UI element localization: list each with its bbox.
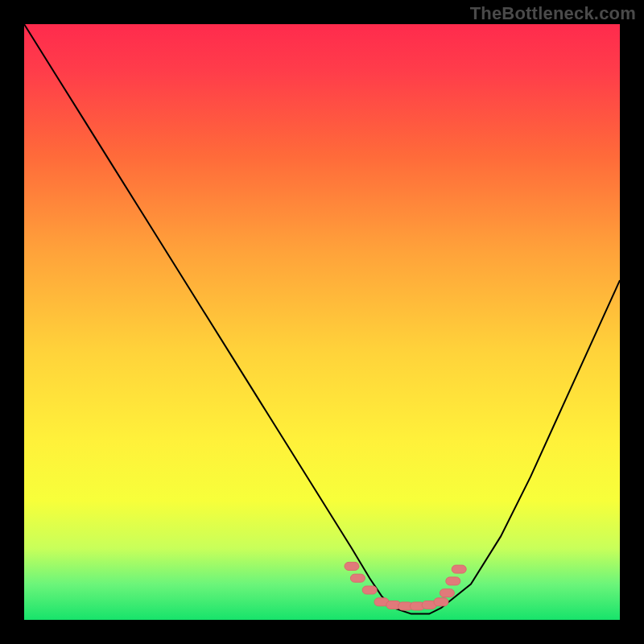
curve-marker xyxy=(434,598,448,606)
curve-marker xyxy=(452,565,466,573)
chart-svg xyxy=(24,24,620,620)
attribution-label: TheBottleneck.com xyxy=(470,3,636,24)
plot-area xyxy=(24,24,620,620)
curve-marker xyxy=(446,577,460,585)
curve-markers xyxy=(345,562,466,610)
curve-marker xyxy=(440,589,454,597)
curve-marker xyxy=(362,586,377,594)
bottleneck-curve xyxy=(24,24,620,614)
curve-marker xyxy=(350,574,365,582)
curve-marker xyxy=(345,562,359,570)
chart-frame: TheBottleneck.com xyxy=(0,0,644,644)
